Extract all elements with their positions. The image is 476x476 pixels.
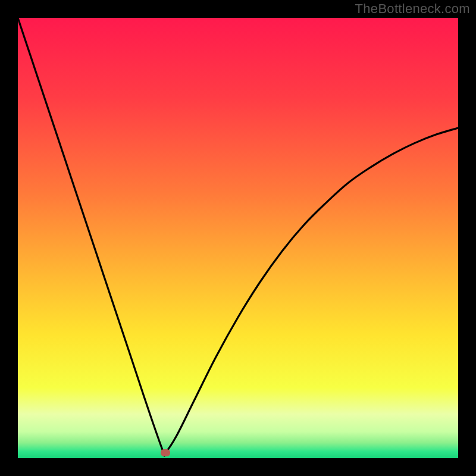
plot-area [18,18,458,458]
bottleneck-curve [18,18,458,458]
chart-stage: TheBottleneck.com [0,0,476,476]
bottleneck-marker [161,449,170,456]
watermark-text: TheBottleneck.com [355,1,470,17]
